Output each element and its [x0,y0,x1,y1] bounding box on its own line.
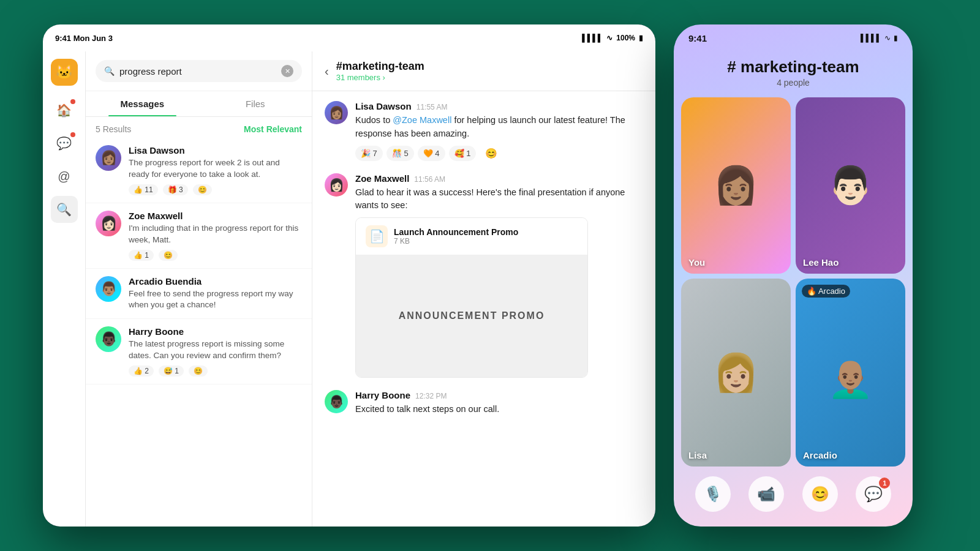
message-time: 11:56 AM [414,175,445,184]
mention: @Zoe Maxwell [393,115,451,125]
result-name: Harry Boone [129,326,302,337]
battery-icon: ▮ [639,34,643,42]
reaction[interactable]: 🥰 1 [449,146,477,161]
add-reaction-button[interactable]: 😊 [159,250,178,261]
reaction-chip: 👍 1 [129,250,154,261]
tile-label: Lisa [688,450,707,460]
file-icon: 📄 [366,225,388,247]
avatar: 👩🏻 [96,211,121,236]
list-item[interactable]: 👩🏻 Zoe Maxwell I'm including that in the… [86,203,312,269]
avatar: 👨🏿 [96,326,121,352]
message-time: 12:32 PM [415,392,447,400]
sidebar: 🐱 🏠 💬 @ 🔍 [43,51,86,527]
filter-label[interactable]: Most Relevant [244,124,302,134]
tablet-status-bar: 9:41 Mon Jun 3 ▌▌▌▌ ∿ 100% ▮ [43,24,655,51]
result-reactions: 👍 1 😊 [129,250,302,261]
sidebar-item-search[interactable]: 🔍 [51,196,78,223]
avatar: 👨🏿 [325,390,348,413]
avatar: 👩🏽 [96,145,121,171]
list-item[interactable]: 👨🏿 Harry Boone The latest progress repor… [86,319,312,384]
result-preview: Feel free to send the progress report my… [129,288,302,312]
messages-icon: 💬 [56,136,72,151]
video-tile-arcadio: 🔥 Arcadio 👨🏽‍🦲 Arcadio [796,279,905,467]
tablet-status-icons: ▌▌▌▌ ∿ 100% ▮ [582,34,643,42]
table-row: 👩🏻 Zoe Maxwell 11:56 AM Glad to hear it … [325,173,643,378]
video-icon: 📹 [757,485,775,503]
sidebar-item-home[interactable]: 🏠 [51,97,78,124]
phone-battery-icon: ▮ [894,34,898,42]
add-reaction-button[interactable]: 😊 [189,365,208,377]
result-content: Harry Boone The latest progress report i… [129,326,302,377]
result-reactions: 👍 2 😅 1 😊 [129,365,302,377]
message-header: Harry Boone 12:32 PM [355,390,643,400]
phone-signal-icon: ▌▌▌▌ [861,34,881,42]
video-tile-you: 👩🏽 You [681,97,791,274]
message-text: Excited to talk next steps on our call. [355,403,643,416]
app-logo[interactable]: 🐱 [51,59,78,86]
reaction-chip: 👍 2 [129,365,154,377]
channel-name: #marketing-team [336,60,424,73]
search-bar: 🔍 progress report ✕ [86,51,312,91]
add-reaction-button[interactable]: 😊 [480,146,503,161]
reaction[interactable]: 🎉 7 [355,146,383,161]
search-tabs: Messages Files [86,91,312,117]
microphone-icon: 🎙️ [704,485,722,503]
avatar: 👨🏽 [96,276,121,302]
result-name: Lisa Dawson [129,145,302,156]
file-info: Launch Announcement Promo 7 KB [394,227,518,246]
chat-icon: 💬 [864,485,883,503]
reaction[interactable]: 🎊 5 [386,146,414,161]
phone-status-icons: ▌▌▌▌ ∿ ▮ [861,34,898,42]
search-bar-inner[interactable]: 🔍 progress report ✕ [96,60,302,82]
video-grid: 👩🏽 You 👨🏻 Lee Hao 👩🏼 Lisa 🔥 Arcadio 👨🏽‍🦲… [674,97,913,467]
result-content: Zoe Maxwell I'm including that in the pr… [129,211,302,261]
tab-files[interactable]: Files [199,91,312,116]
file-header: 📄 Launch Announcement Promo 7 KB [356,218,587,255]
result-preview: The latest progress report is missing so… [129,339,302,362]
phone-toolbar: 🎙️ 📹 😊 💬 1 [674,467,913,527]
file-size: 7 KB [394,237,518,246]
add-reaction-button[interactable]: 😊 [193,184,212,195]
video-tile-lisa: 👩🏼 Lisa [681,279,791,467]
wifi-icon: ∿ [606,34,612,42]
list-item[interactable]: 👨🏽 Arcadio Buendia Feel free to send the… [86,269,312,320]
microphone-button[interactable]: 🎙️ [695,476,731,512]
message-header: Lisa Dawson 11:55 AM [355,101,643,111]
at-icon: @ [58,170,70,184]
sidebar-item-messages[interactable]: 💬 [51,130,78,157]
phone-header: # marketing-team 4 people [674,51,913,97]
home-icon: 🏠 [56,103,72,118]
results-count: 5 Results [96,124,131,134]
sender-name: Harry Boone [355,390,410,400]
phone-time: 9:41 [688,33,707,43]
chat-header: ‹ #marketing-team 31 members › [312,51,655,91]
chat-button[interactable]: 💬 1 [856,476,891,512]
tablet-device: 9:41 Mon Jun 3 ▌▌▌▌ ∿ 100% ▮ 🐱 🏠 💬 @ [43,24,655,527]
chat-notification-badge: 1 [879,478,890,489]
back-button[interactable]: ‹ [325,64,329,78]
chat-panel: ‹ #marketing-team 31 members › 👩🏽 [312,51,655,527]
reaction[interactable]: 🧡 4 [418,146,445,161]
file-preview: ANNOUNCEMENT PROMO [356,255,587,377]
result-preview: I'm including that in the progress repor… [129,223,302,246]
file-name: Launch Announcement Promo [394,227,518,237]
tab-messages[interactable]: Messages [86,91,199,116]
file-attachment[interactable]: 📄 Launch Announcement Promo 7 KB ANNOUNC… [355,217,588,378]
video-button[interactable]: 📹 [748,476,784,512]
message-content: Lisa Dawson 11:55 AM Kudos to @Zoe Maxwe… [355,101,643,161]
messages-badge [70,132,75,137]
list-item[interactable]: 👩🏽 Lisa Dawson The progress report for w… [86,138,312,203]
sidebar-item-mentions[interactable]: @ [51,163,78,190]
emoji-button[interactable]: 😊 [802,476,838,512]
phone-wifi-icon: ∿ [884,34,891,42]
search-query: progress report [119,66,276,77]
tile-badge: 🔥 Arcadio [802,285,850,298]
search-clear-button[interactable]: ✕ [281,65,293,77]
channel-members[interactable]: 31 members › [336,73,424,82]
result-content: Lisa Dawson The progress report for week… [129,145,302,195]
search-results: 👩🏽 Lisa Dawson The progress report for w… [86,138,312,527]
message-text: Kudos to @Zoe Maxwell for helping us lau… [355,114,643,141]
reaction-chip: 😅 1 [159,365,184,377]
phone-device: 9:41 ▌▌▌▌ ∿ ▮ # marketing-team 4 people … [674,24,913,527]
message-content: Zoe Maxwell 11:56 AM Glad to hear it was… [355,173,643,378]
